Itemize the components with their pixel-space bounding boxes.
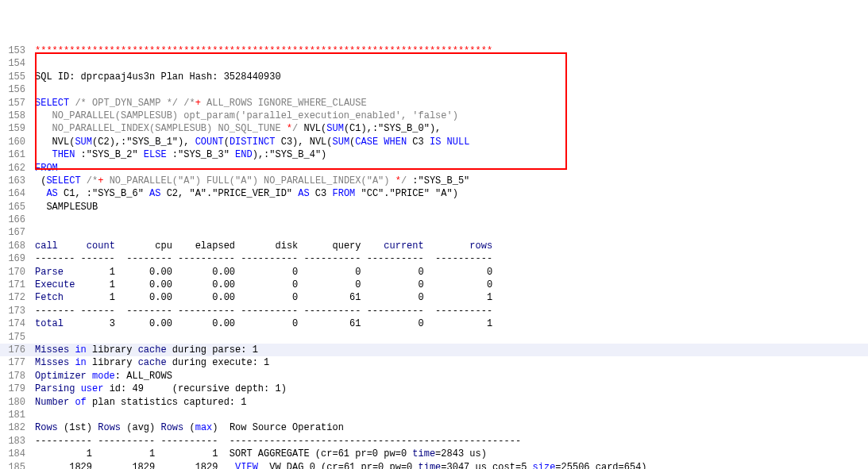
- line-number: 157: [0, 97, 32, 110]
- line-content: [32, 226, 868, 239]
- code-line: 153*************************************…: [0, 44, 868, 57]
- code-line: 179Parsing user id: 49 (recursive depth:…: [0, 383, 868, 395]
- code-line: 178Optimizer mode: ALL_ROWS: [0, 370, 868, 383]
- line-content: SELECT /* OPT_DYN_SAMP */ /*+ ALL_ROWS I…: [32, 97, 868, 110]
- line-content: ------- ------ -------- ---------- -----…: [32, 252, 868, 265]
- line-content: Fetch 1 0.00 0.00 0 61 0 1: [32, 291, 868, 304]
- code-line: 154: [0, 57, 868, 70]
- code-line: 160 NVL(SUM(C2),:"SYS_B_1"), COUNT(DISTI…: [0, 136, 868, 148]
- code-line: 184 1 1 1 SORT AGGREGATE (cr=61 pr=0 pw=…: [0, 448, 868, 460]
- line-number: 158: [0, 110, 32, 122]
- line-number: 180: [0, 396, 32, 409]
- line-number: 159: [0, 122, 32, 135]
- code-line: 182Rows (1st) Rows (avg) Rows (max) Row …: [0, 421, 868, 434]
- code-line: 163 (SELECT /*+ NO_PARALLEL("A") FULL("A…: [0, 175, 868, 187]
- code-line: 175: [0, 331, 868, 344]
- code-line: 159 NO_PARALLEL_INDEX(SAMPLESUB) NO_SQL_…: [0, 122, 868, 135]
- code-line: 168call count cpu elapsed disk query cur…: [0, 240, 868, 252]
- code-line: 176Misses in library cache during parse:…: [0, 344, 868, 356]
- line-number: 167: [0, 226, 32, 239]
- line-content: [32, 331, 868, 344]
- line-number: 185: [0, 461, 32, 470]
- line-content: 1829 1829 1829 VIEW VW_DAG_0 (cr=61 pr=0…: [32, 461, 868, 470]
- line-number: 154: [0, 57, 32, 70]
- line-number: 156: [0, 83, 32, 96]
- line-content: Rows (1st) Rows (avg) Rows (max) Row Sou…: [32, 421, 868, 434]
- code-line: 164 AS C1, :"SYS_B_6" AS C2, "A"."PRICE_…: [0, 187, 868, 200]
- line-number: 161: [0, 148, 32, 161]
- line-content: Number of plan statistics captured: 1: [32, 396, 868, 409]
- line-content: Parse 1 0.00 0.00 0 0 0 0: [32, 266, 868, 279]
- line-number: 170: [0, 266, 32, 279]
- line-number: 179: [0, 383, 32, 395]
- line-content: Optimizer mode: ALL_ROWS: [32, 370, 868, 383]
- line-content: 1 1 1 SORT AGGREGATE (cr=61 pr=0 pw=0 ti…: [32, 448, 868, 460]
- code-line: 173------- ------ -------- ---------- --…: [0, 305, 868, 317]
- line-content: call count cpu elapsed disk query curren…: [32, 240, 868, 252]
- line-content: [32, 213, 868, 226]
- code-line: 174total 3 0.00 0.00 0 61 0 1: [0, 317, 868, 330]
- line-content: Misses in library cache during parse: 1: [32, 344, 868, 356]
- line-number: 173: [0, 305, 32, 317]
- line-content: NVL(SUM(C2),:"SYS_B_1"), COUNT(DISTINCT …: [32, 136, 868, 148]
- code-line: 166: [0, 213, 868, 226]
- code-line: 169------- ------ -------- ---------- --…: [0, 252, 868, 265]
- code-line: 172Fetch 1 0.00 0.00 0 61 0 1: [0, 291, 868, 304]
- line-content: [32, 57, 868, 70]
- line-number: 178: [0, 370, 32, 383]
- code-line: 155SQL ID: dprcpaaj4us3n Plan Hash: 3528…: [0, 71, 868, 83]
- line-number: 162: [0, 162, 32, 175]
- line-number: 155: [0, 71, 32, 83]
- code-line: 162FROM: [0, 162, 868, 175]
- line-number: 175: [0, 331, 32, 344]
- code-line: 181: [0, 409, 868, 421]
- line-content: Execute 1 0.00 0.00 0 0 0 0: [32, 279, 868, 291]
- code-line: 156: [0, 83, 868, 96]
- line-number: 169: [0, 252, 32, 265]
- line-number: 174: [0, 317, 32, 330]
- line-number: 184: [0, 448, 32, 460]
- line-number: 163: [0, 175, 32, 187]
- line-content: total 3 0.00 0.00 0 61 0 1: [32, 317, 868, 330]
- line-number: 176: [0, 344, 32, 356]
- code-line: 185 1829 1829 1829 VIEW VW_DAG_0 (cr=61 …: [0, 461, 868, 470]
- code-line: 167: [0, 226, 868, 239]
- code-line: 171Execute 1 0.00 0.00 0 0 0 0: [0, 279, 868, 291]
- line-content: SAMPLESUB: [32, 201, 868, 213]
- line-number: 182: [0, 421, 32, 434]
- line-content: AS C1, :"SYS_B_6" AS C2, "A"."PRICE_VER_…: [32, 187, 868, 200]
- line-number: 171: [0, 279, 32, 291]
- line-content: NO_PARALLEL(SAMPLESUB) opt_param('parall…: [32, 110, 868, 122]
- line-content: (SELECT /*+ NO_PARALLEL("A") FULL("A") N…: [32, 175, 868, 187]
- line-content: THEN :"SYS_B_2" ELSE :"SYS_B_3" END),:"S…: [32, 148, 868, 161]
- line-number: 153: [0, 44, 32, 57]
- line-number: 164: [0, 187, 32, 200]
- code-line: 157SELECT /* OPT_DYN_SAMP */ /*+ ALL_ROW…: [0, 97, 868, 110]
- code-line: 177Misses in library cache during execut…: [0, 356, 868, 369]
- code-line: 180Number of plan statistics captured: 1: [0, 396, 868, 409]
- code-line: 165 SAMPLESUB: [0, 201, 868, 213]
- line-number: 172: [0, 291, 32, 304]
- line-content: NO_PARALLEL_INDEX(SAMPLESUB) NO_SQL_TUNE…: [32, 122, 868, 135]
- line-number: 183: [0, 435, 32, 448]
- code-line: 183---------- ---------- ---------- ----…: [0, 435, 868, 448]
- line-content: [32, 83, 868, 96]
- line-number: 165: [0, 201, 32, 213]
- line-content: ------- ------ -------- ---------- -----…: [32, 305, 868, 317]
- line-content: [32, 409, 868, 421]
- line-content: FROM: [32, 162, 868, 175]
- code-line: 158 NO_PARALLEL(SAMPLESUB) opt_param('pa…: [0, 110, 868, 122]
- code-line: 161 THEN :"SYS_B_2" ELSE :"SYS_B_3" END)…: [0, 148, 868, 161]
- line-content: ---------- ---------- ---------- -------…: [32, 435, 868, 448]
- line-number: 177: [0, 356, 32, 369]
- line-number: 160: [0, 136, 32, 148]
- line-number: 181: [0, 409, 32, 421]
- code-editor: 153*************************************…: [0, 44, 868, 469]
- code-line: 170Parse 1 0.00 0.00 0 0 0 0: [0, 266, 868, 279]
- line-content: Misses in library cache during execute: …: [32, 356, 868, 369]
- line-number: 166: [0, 213, 32, 226]
- line-number: 168: [0, 240, 32, 252]
- line-content: SQL ID: dprcpaaj4us3n Plan Hash: 3528440…: [32, 71, 868, 83]
- line-content: Parsing user id: 49 (recursive depth: 1): [32, 383, 868, 395]
- line-content: ****************************************…: [32, 44, 868, 57]
